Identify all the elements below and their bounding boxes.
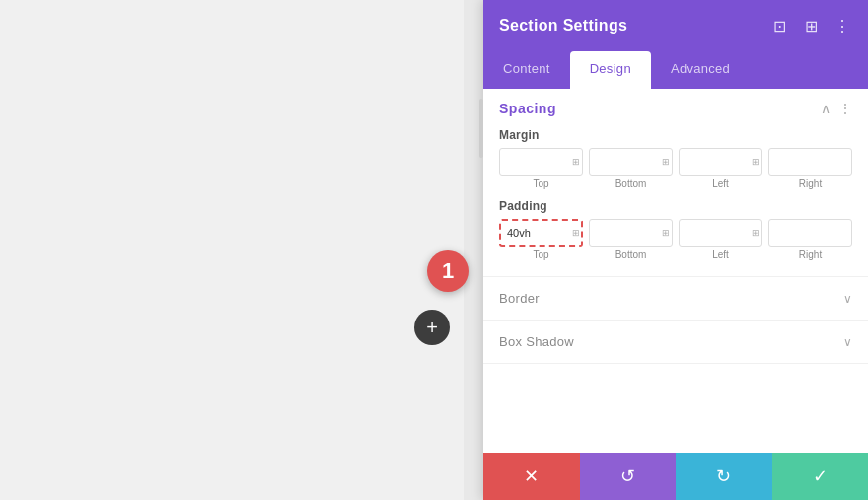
padding-bottom-input[interactable]	[589, 219, 673, 247]
padding-bottom-field: ⊞ Bottom	[589, 219, 673, 260]
settings-panel: Section Settings ⊡ ⊞ ⋮ Content Design Ad…	[483, 0, 868, 500]
padding-left-field: ⊞ Left	[679, 219, 762, 260]
margin-top-link-icon[interactable]: ⊞	[572, 157, 580, 167]
box-shadow-section[interactable]: Box Shadow ∨	[483, 321, 868, 364]
spacing-content: Margin ⊞ Top ⊞	[483, 124, 868, 276]
border-section-title: Border	[499, 291, 540, 306]
plus-icon: +	[426, 317, 438, 339]
margin-row: ⊞ Top ⊞ Bottom	[499, 148, 852, 189]
margin-bottom-label: Bottom	[615, 179, 647, 189]
tabs-bar: Content Design Advanced	[483, 51, 868, 89]
spacing-section-icons: ∧ ⋮	[821, 101, 852, 116]
panel-header: Section Settings ⊡ ⊞ ⋮	[483, 0, 868, 51]
padding-left-input[interactable]	[679, 219, 762, 247]
spacing-section-title: Spacing	[499, 101, 556, 116]
padding-right-label: Right	[799, 250, 822, 260]
step-badge: 1	[427, 250, 469, 292]
cancel-icon: ✕	[524, 465, 539, 487]
padding-label: Padding	[499, 199, 852, 213]
tab-advanced[interactable]: Advanced	[651, 51, 750, 89]
tab-content[interactable]: Content	[483, 51, 570, 89]
collapse-spacing-icon[interactable]: ∧	[821, 101, 831, 116]
scroll-thumb[interactable]	[479, 99, 483, 158]
padding-bottom-label: Bottom	[615, 250, 647, 260]
padding-left-label: Left	[712, 250, 729, 260]
save-icon: ✓	[813, 465, 828, 487]
panel-title: Section Settings	[499, 17, 627, 35]
step-number: 1	[442, 258, 454, 284]
cancel-button[interactable]: ✕	[483, 453, 580, 500]
undo-button[interactable]: ↺	[580, 453, 677, 500]
spacing-section-header: Spacing ∧ ⋮	[483, 89, 868, 124]
padding-row: ⊞ Top ⊞ Bottom	[499, 219, 852, 260]
panel-body: Spacing ∧ ⋮ Margin ⊞ Top	[483, 89, 868, 453]
more-options-icon[interactable]: ⋮	[832, 16, 852, 36]
margin-right-input[interactable]	[768, 148, 852, 176]
margin-label: Margin	[499, 128, 852, 142]
margin-top-label: Top	[533, 179, 548, 189]
margin-left-input[interactable]	[679, 148, 762, 176]
resize-icon[interactable]: ⊡	[769, 16, 789, 36]
padding-top-field: ⊞ Top	[499, 219, 583, 260]
columns-icon[interactable]: ⊞	[801, 16, 821, 36]
margin-bottom-field: ⊞ Bottom	[589, 148, 673, 189]
redo-icon: ↻	[716, 465, 731, 487]
scroll-indicator	[479, 99, 483, 493]
padding-right-field: Right	[768, 219, 852, 260]
add-section-button[interactable]: +	[414, 310, 450, 345]
canvas-area	[0, 0, 464, 500]
undo-icon: ↺	[620, 465, 635, 487]
border-section[interactable]: Border ∨	[483, 277, 868, 321]
box-shadow-section-title: Box Shadow	[499, 334, 574, 349]
margin-top-input[interactable]	[499, 148, 583, 176]
margin-left-link-icon[interactable]: ⊞	[752, 157, 760, 167]
tab-design[interactable]: Design	[570, 51, 651, 89]
padding-top-label: Top	[533, 250, 548, 260]
save-button[interactable]: ✓	[772, 453, 869, 500]
spacing-more-icon[interactable]: ⋮	[838, 101, 852, 116]
padding-right-input[interactable]	[768, 219, 852, 247]
padding-top-input[interactable]	[499, 219, 583, 247]
padding-top-link-icon[interactable]: ⊞	[572, 228, 580, 238]
border-chevron-icon: ∨	[843, 292, 852, 306]
margin-bottom-input[interactable]	[589, 148, 673, 176]
margin-left-field: ⊞ Left	[679, 148, 762, 189]
spacing-section: Spacing ∧ ⋮ Margin ⊞ Top	[483, 89, 868, 277]
margin-bottom-link-icon[interactable]: ⊞	[662, 157, 670, 167]
padding-bottom-link-icon[interactable]: ⊞	[662, 228, 670, 238]
margin-top-field: ⊞ Top	[499, 148, 583, 189]
margin-left-label: Left	[712, 179, 729, 189]
padding-left-link-icon[interactable]: ⊞	[752, 228, 760, 238]
box-shadow-chevron-icon: ∨	[843, 335, 852, 349]
margin-right-field: Right	[768, 148, 852, 189]
redo-button[interactable]: ↻	[676, 453, 772, 500]
margin-right-label: Right	[799, 179, 822, 189]
bottom-toolbar: ✕ ↺ ↻ ✓	[483, 453, 868, 500]
panel-header-icons: ⊡ ⊞ ⋮	[769, 16, 852, 36]
